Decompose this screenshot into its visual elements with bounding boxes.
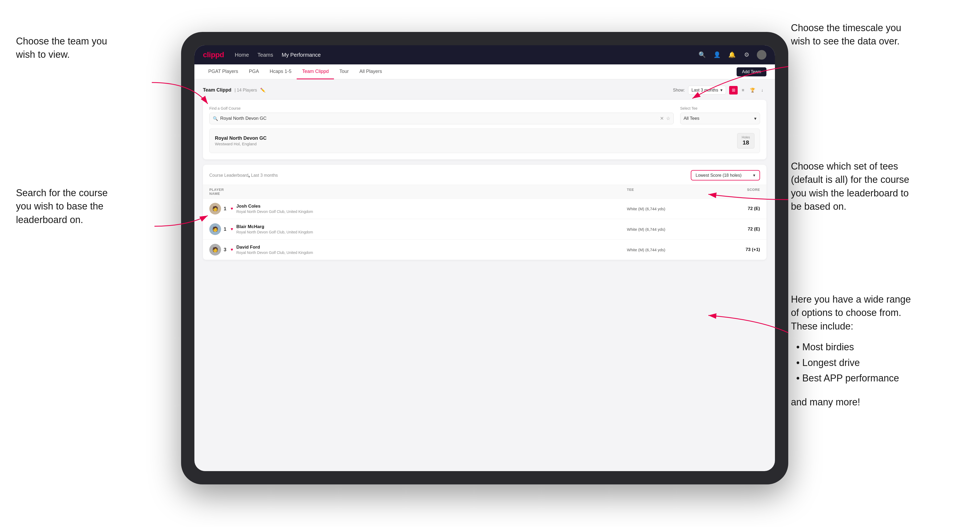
score-1: 72 (E) — [707, 206, 760, 211]
main-content: Team Clippd | 14 Players ✏️ Show: Last 3… — [194, 79, 775, 266]
nav-link-home[interactable]: Home — [235, 52, 249, 58]
player-info-2: ♥ Blair McHarg Royal North Devon Golf Cl… — [231, 224, 627, 234]
annotation-top-left: Choose the team you wish to view. — [16, 35, 107, 62]
edit-icon[interactable]: ✏️ — [260, 87, 266, 93]
col-tee-header — [231, 187, 627, 195]
add-team-button[interactable]: Add Team — [737, 67, 767, 76]
course-search-input-wrap: 🔍 ✕ ☆ — [209, 113, 674, 124]
player-info-3: ♥ David Ford Royal North Devon Golf Club… — [231, 244, 627, 255]
col-score: SCORE — [707, 187, 760, 195]
view-icons: ⊞ ≡ 🏆 ↓ — [729, 86, 767, 94]
tab-pgat-players[interactable]: PGAT Players — [203, 64, 243, 79]
player-club-1: Royal North Devon Golf Club, United King… — [237, 210, 313, 214]
annotation-mid-left: Search for the course you wish to base t… — [16, 186, 108, 227]
leaderboard-card: Course Leaderboard, Last 3 months Lowest… — [203, 165, 767, 260]
rank-col-1: 🧑 1 — [209, 203, 231, 214]
player-avatar-2: 🧑 — [209, 223, 221, 235]
sub-nav: PGAT Players PGA Hcaps 1-5 Team Clippd T… — [194, 64, 775, 79]
tee-3: White (M) (6,744 yds) — [627, 248, 707, 252]
player-name-1: Josh Coles — [237, 204, 313, 209]
sub-nav-tabs: PGAT Players PGA Hcaps 1-5 Team Clippd T… — [203, 64, 737, 79]
search-icon-btn[interactable]: 🔍 — [697, 50, 707, 60]
table-header: PLAYER NAME TEE SCORE — [203, 185, 767, 198]
player-name-2: Blair McHarg — [237, 224, 313, 229]
team-controls: Show: Last 3 months ▾ ⊞ ≡ 🏆 ↓ — [673, 86, 767, 94]
tablet-frame: clippd Home Teams My Performance 🔍 👤 🔔 ⚙… — [181, 32, 788, 484]
tee-select-dropdown[interactable]: All Tees ▾ — [680, 113, 760, 124]
score-type-select[interactable]: Lowest Score (18 holes) ▾ — [691, 170, 760, 181]
grid-view-btn[interactable]: ⊞ — [729, 86, 738, 94]
team-header: Team Clippd | 14 Players ✏️ Show: Last 3… — [203, 86, 767, 94]
settings-icon-btn[interactable]: ⚙ — [742, 50, 751, 60]
annotation-mid-right: Choose which set of tees (default is all… — [791, 160, 909, 213]
trophy-view-btn[interactable]: 🏆 — [748, 86, 757, 94]
score-2: 72 (E) — [707, 227, 760, 232]
annotation-top-right: Choose the timescale you wish to see the… — [791, 21, 964, 48]
course-info: Royal North Devon GC Westward Hol, Engla… — [215, 135, 267, 146]
tee-1: White (M) (6,744 yds) — [627, 206, 707, 211]
bullet-best-app: Best APP performance — [796, 370, 911, 386]
search-icon: 🔍 — [213, 116, 218, 121]
time-period-select[interactable]: Last 3 months ▾ — [688, 86, 726, 94]
course-result: Royal North Devon GC Westward Hol, Engla… — [209, 129, 760, 153]
select-tee-label: Select Tee — [680, 106, 760, 110]
tab-all-players[interactable]: All Players — [354, 64, 387, 79]
table-row: 🧑 1 ♥ Blair McHarg Royal North Devon Gol… — [203, 219, 767, 240]
nav-link-teams[interactable]: Teams — [258, 52, 273, 58]
tee-2: White (M) (6,744 yds) — [627, 227, 707, 232]
nav-links: Home Teams My Performance — [235, 52, 697, 58]
player-avatar-3: 🧑 — [209, 244, 221, 256]
list-view-btn[interactable]: ≡ — [739, 86, 747, 94]
download-view-btn[interactable]: ↓ — [758, 86, 767, 94]
leaderboard-table: PLAYER NAME TEE SCORE 🧑 1 ♥ — [203, 185, 767, 260]
score-3: 73 (+1) — [707, 247, 760, 252]
player-info-1: ♥ Josh Coles Royal North Devon Golf Club… — [231, 204, 627, 214]
player-name-3: David Ford — [237, 244, 313, 250]
tab-tour[interactable]: Tour — [334, 64, 354, 79]
nav-link-performance[interactable]: My Performance — [282, 52, 321, 58]
heart-icon-1[interactable]: ♥ — [231, 206, 233, 211]
col-player-name: PLAYER NAME — [209, 187, 231, 195]
course-name: Royal North Devon GC — [215, 135, 267, 141]
heart-icon-3[interactable]: ♥ — [231, 247, 233, 252]
search-row: Find a Golf Course 🔍 ✕ ☆ Select Tee All … — [209, 106, 760, 124]
nav-bar: clippd Home Teams My Performance 🔍 👤 🔔 ⚙ — [194, 45, 775, 64]
holes-value: 18 — [743, 139, 749, 146]
holes-label: Holes — [741, 135, 750, 139]
leaderboard-header: Course Leaderboard, Last 3 months Lowest… — [203, 165, 767, 185]
search-col: Find a Golf Course 🔍 ✕ ☆ — [209, 106, 674, 124]
heart-icon-2[interactable]: ♥ — [231, 227, 233, 232]
course-location: Westward Hol, England — [215, 141, 267, 146]
bullet-longest-drive: Longest drive — [796, 355, 911, 370]
tab-team-clippd[interactable]: Team Clippd — [297, 64, 334, 79]
favourite-icon[interactable]: ☆ — [666, 116, 670, 121]
leaderboard-title: Course Leaderboard, Last 3 months — [209, 173, 278, 178]
people-icon-btn[interactable]: 👤 — [712, 50, 722, 60]
rank-1: 1 — [224, 206, 226, 211]
rank-col-3: 🧑 3 — [209, 244, 231, 256]
annotation-bottom-right: Here you have a wide range of options to… — [791, 293, 911, 409]
player-avatar-1: 🧑 — [209, 203, 221, 214]
player-club-2: Royal North Devon Golf Club, United King… — [237, 230, 313, 234]
rank-2: 1 — [224, 227, 226, 232]
nav-icons: 🔍 👤 🔔 ⚙ — [697, 50, 767, 60]
tab-pga[interactable]: PGA — [243, 64, 264, 79]
rank-col-2: 🧑 1 — [209, 223, 231, 235]
tee-select-col: Select Tee All Tees ▾ — [680, 106, 760, 124]
show-label: Show: — [673, 88, 685, 93]
bullet-most-birdies: Most birdies — [796, 339, 911, 355]
bell-icon-btn[interactable]: 🔔 — [727, 50, 737, 60]
table-row: 🧑 1 ♥ Josh Coles Royal North Devon Golf … — [203, 198, 767, 219]
search-card: Find a Golf Course 🔍 ✕ ☆ Select Tee All … — [203, 100, 767, 159]
clear-search-icon[interactable]: ✕ — [660, 116, 664, 121]
player-club-3: Royal North Devon Golf Club, United King… — [237, 251, 313, 255]
rank-3: 3 — [224, 247, 226, 252]
find-course-label: Find a Golf Course — [209, 106, 674, 110]
col-tee: TEE — [627, 187, 707, 195]
holes-badge: Holes 18 — [737, 133, 754, 149]
user-avatar[interactable] — [757, 50, 767, 60]
tab-hcaps[interactable]: Hcaps 1-5 — [264, 64, 297, 79]
nav-logo: clippd — [203, 51, 224, 59]
team-title: Team Clippd | 14 Players ✏️ — [203, 87, 266, 93]
course-search-input[interactable] — [220, 116, 658, 121]
